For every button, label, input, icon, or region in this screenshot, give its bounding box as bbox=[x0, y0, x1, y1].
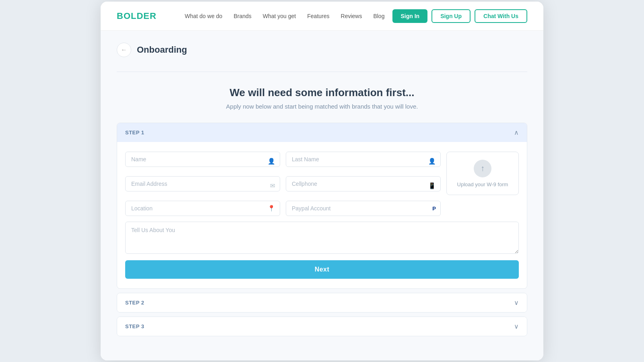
next-button[interactable]: Next bbox=[125, 260, 519, 279]
last-name-input[interactable] bbox=[286, 152, 441, 167]
nav-blog[interactable]: Blog bbox=[373, 13, 384, 19]
step1-label: STEP 1 bbox=[125, 130, 144, 136]
email-input[interactable] bbox=[125, 176, 280, 191]
step3-chevron-down-icon: ∨ bbox=[514, 323, 519, 330]
page-divider bbox=[117, 72, 527, 72]
main-heading: We will need some information first... bbox=[117, 86, 527, 99]
main-subheading: Apply now below and start being matched … bbox=[117, 103, 527, 110]
upload-w9-box[interactable]: ↑ Upload your W-9 form bbox=[446, 152, 519, 195]
step3-accordion: STEP 3 ∨ bbox=[117, 317, 527, 336]
upload-label: Upload your W-9 form bbox=[457, 181, 508, 187]
step3-label: STEP 3 bbox=[125, 323, 144, 329]
page-title: Onboarding bbox=[137, 45, 187, 55]
step1-accordion: STEP 1 ∧ 👤 👤 ↑ bbox=[117, 123, 527, 289]
section-heading: We will need some information first... A… bbox=[117, 86, 527, 110]
step2-label: STEP 2 bbox=[125, 300, 144, 306]
location-input[interactable] bbox=[125, 201, 280, 216]
back-arrow-icon: ← bbox=[121, 46, 127, 53]
nav-brands[interactable]: Brands bbox=[233, 13, 251, 19]
name-field-wrapper: 👤 bbox=[125, 152, 280, 171]
logo-accent: ER bbox=[143, 11, 157, 21]
last-name-field-wrapper: 👤 bbox=[286, 152, 441, 171]
upload-arrow-icon: ↑ bbox=[481, 164, 485, 173]
chat-button[interactable]: Chat With Us bbox=[475, 9, 527, 23]
step2-chevron-down-icon: ∨ bbox=[514, 299, 519, 306]
step1-body: 👤 👤 ↑ Upload your W-9 form bbox=[117, 142, 527, 288]
cellphone-input[interactable] bbox=[286, 176, 441, 191]
nav-what-we-do[interactable]: What do we do bbox=[185, 13, 222, 19]
signup-button[interactable]: Sign Up bbox=[431, 9, 471, 23]
back-button[interactable]: ← bbox=[117, 43, 131, 57]
paypal-input[interactable] bbox=[286, 201, 441, 216]
page-header: ← Onboarding bbox=[117, 43, 527, 57]
email-field-wrapper: ✉ bbox=[125, 176, 280, 195]
step2-accordion: STEP 2 ∨ bbox=[117, 293, 527, 313]
step3-header[interactable]: STEP 3 ∨ bbox=[117, 317, 527, 336]
paypal-field-wrapper: P bbox=[286, 201, 441, 216]
nav-links: What do we do Brands What you get Featur… bbox=[185, 13, 384, 19]
nav-features[interactable]: Features bbox=[307, 13, 329, 19]
nav-what-you-get[interactable]: What you get bbox=[263, 13, 296, 19]
upload-icon: ↑ bbox=[474, 160, 491, 177]
step1-header[interactable]: STEP 1 ∧ bbox=[117, 123, 527, 142]
logo-text: BOLD bbox=[117, 11, 143, 21]
navbar: BOLDER What do we do Brands What you get… bbox=[101, 2, 543, 31]
about-textarea[interactable] bbox=[125, 222, 519, 254]
name-input[interactable] bbox=[125, 152, 280, 167]
step1-chevron-up-icon: ∧ bbox=[514, 129, 519, 136]
location-field-wrapper: 📍 bbox=[125, 201, 280, 216]
cellphone-field-wrapper: 📱 bbox=[286, 176, 441, 195]
nav-reviews[interactable]: Reviews bbox=[341, 13, 362, 19]
logo: BOLDER bbox=[117, 11, 157, 21]
signin-button[interactable]: Sign In bbox=[392, 9, 427, 23]
page-content: ← Onboarding We will need some informati… bbox=[101, 31, 543, 360]
step2-header[interactable]: STEP 2 ∨ bbox=[117, 293, 527, 312]
